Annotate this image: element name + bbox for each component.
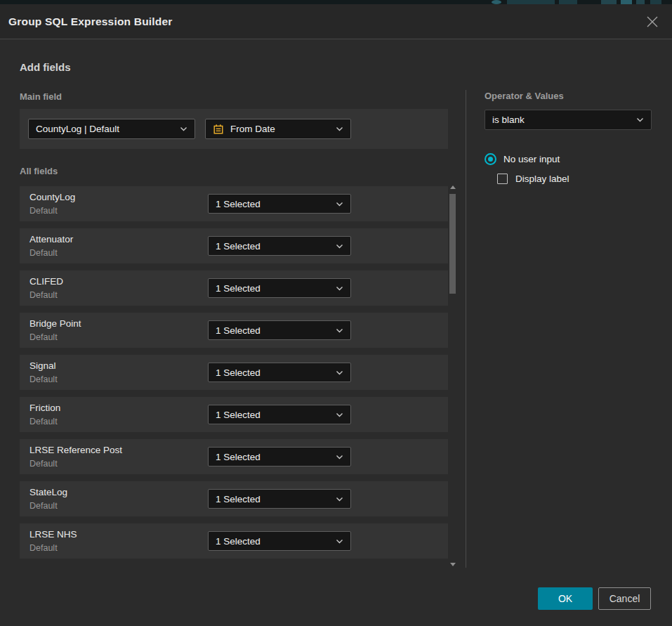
chevron-down-icon [636,117,644,122]
field-value-select-value: 1 Selected [216,241,261,252]
chevron-down-icon [180,126,187,131]
field-subtitle: Default [29,332,58,342]
field-value-select-value: 1 Selected [216,410,261,420]
field-row: CLIFED Default 1 Selected [20,270,448,306]
chevron-down-icon [336,497,343,502]
no-user-input-option[interactable]: No user input [485,153,560,165]
field-subtitle: Default [29,417,58,426]
field-subtitle: Default [29,248,58,258]
field-value-select-value: 1 Selected [216,452,261,462]
scrollbar-thumb[interactable] [449,194,456,294]
panel-divider [466,90,466,568]
close-icon [646,15,659,28]
field-subtitle: Default [29,459,58,469]
field-subtitle: Default [29,501,58,511]
chevron-down-icon [336,126,343,131]
all-fields-list: CountyLog Default 1 Selected Attenuator … [20,186,448,566]
field-value-select-value: 1 Selected [216,367,261,378]
field-value-select[interactable]: 1 Selected [208,531,351,551]
add-fields-heading: Add fields [20,61,71,73]
field-name: Friction [29,403,60,413]
field-value-select-value: 1 Selected [216,325,261,336]
field-row: Friction Default 1 Selected [20,397,448,432]
radio-selected-icon [485,153,496,165]
date-field-select[interactable]: From Date [205,119,351,139]
field-row: CountyLog Default 1 Selected [20,186,448,221]
field-value-select[interactable]: 1 Selected [208,405,351,424]
field-value-select-value: 1 Selected [216,199,261,209]
chevron-down-icon [336,455,343,459]
field-value-select-value: 1 Selected [216,536,261,547]
chevron-down-icon [336,202,343,207]
field-subtitle: Default [29,206,58,216]
field-value-select[interactable]: 1 Selected [208,320,351,340]
chevron-down-icon [336,328,343,333]
operator-values-heading: Operator & Values [485,91,564,101]
field-value-select[interactable]: 1 Selected [208,447,351,467]
main-field-label: Main field [20,91,62,102]
dialog-titlebar: Group SQL Expression Builder [0,4,672,39]
ok-button[interactable]: OK [538,587,593,610]
field-row: Attenuator Default 1 Selected [20,228,448,263]
chevron-down-icon [336,412,343,417]
field-name: LRSE Reference Post [29,445,122,455]
field-value-select[interactable]: 1 Selected [208,236,351,256]
field-value-select[interactable]: 1 Selected [208,278,351,298]
close-button[interactable] [641,11,664,33]
field-row: StateLog Default 1 Selected [20,481,448,516]
field-subtitle: Default [29,374,58,384]
layer-select-value: CountyLog | Default [36,124,119,134]
scroll-up-arrow-icon[interactable] [450,185,456,189]
field-name: LRSE NHS [29,529,77,540]
field-subtitle: Default [29,543,58,553]
scroll-down-arrow-icon[interactable] [450,563,456,566]
field-name: Attenuator [29,234,73,244]
field-name: CLIFED [29,276,63,287]
calendar-icon [213,124,224,135]
checkbox-unchecked-icon [497,174,508,184]
operator-select[interactable]: is blank [485,110,652,130]
display-label-text: Display label [515,174,569,184]
field-value-select[interactable]: 1 Selected [208,489,351,509]
group-sql-expression-builder-dialog: Group SQL Expression Builder Add fields … [0,4,672,626]
operator-select-value: is blank [492,115,525,125]
dialog-title: Group SQL Expression Builder [8,15,173,28]
main-field-container: CountyLog | Default From Date [20,109,448,149]
field-subtitle: Default [29,290,58,300]
chevron-down-icon [336,244,343,249]
field-row: Bridge Point Default 1 Selected [20,313,448,348]
layer-select[interactable]: CountyLog | Default [28,119,195,139]
chevron-down-icon [336,286,343,291]
field-row: LRSE NHS Default 1 Selected [20,523,448,559]
field-name: Signal [29,360,56,371]
field-row: Signal Default 1 Selected [20,355,448,390]
field-name: CountyLog [29,192,75,202]
field-value-select-value: 1 Selected [216,283,261,294]
field-value-select[interactable]: 1 Selected [208,194,351,214]
field-value-select-value: 1 Selected [216,494,261,504]
cancel-button[interactable]: Cancel [598,587,651,610]
no-user-input-label: No user input [503,154,560,164]
date-field-select-value: From Date [230,124,275,134]
field-name: StateLog [29,487,67,497]
field-value-select[interactable]: 1 Selected [208,363,351,382]
all-fields-label: All fields [20,166,58,176]
field-row: LRSE Reference Post Default 1 Selected [20,439,448,474]
chevron-down-icon [336,370,343,375]
fields-scrollbar[interactable] [448,180,458,568]
chevron-down-icon [336,539,343,544]
display-label-option[interactable]: Display label [497,174,569,184]
field-name: Bridge Point [29,318,81,329]
